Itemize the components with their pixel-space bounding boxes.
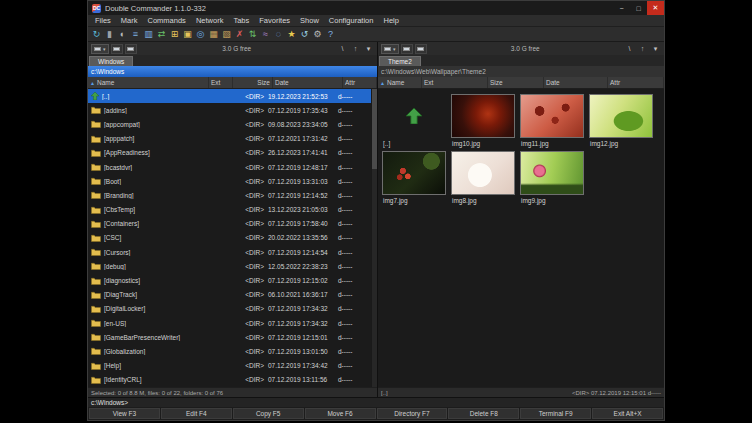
file-row[interactable]: [Cursors]<DIR>07.12.2019 12:14:54d----- bbox=[88, 245, 377, 259]
fn-copy-f5-button[interactable]: Copy F5 bbox=[233, 408, 304, 419]
tab-windows[interactable]: Windows bbox=[89, 56, 133, 66]
file-row[interactable]: [DigitalLocker]<DIR>07.12.2019 17:34:32d… bbox=[88, 302, 377, 316]
image-thumbnail bbox=[451, 151, 515, 195]
multi-rename-icon[interactable]: ≈ bbox=[260, 28, 271, 40]
file-row[interactable]: [bcastdvr]<DIR>07.12.2019 12:48:17d----- bbox=[88, 160, 377, 174]
left-root-button[interactable]: \ bbox=[337, 44, 348, 54]
menu-tabs[interactable]: Tabs bbox=[228, 15, 254, 26]
fn-edit-f4-button[interactable]: Edit F4 bbox=[161, 408, 232, 419]
search-icon[interactable]: ◌ bbox=[273, 28, 284, 40]
column-header-date[interactable]: Date bbox=[544, 77, 608, 88]
thumbnail-item[interactable]: img12.jpg bbox=[589, 94, 655, 147]
left-drive-c-button[interactable] bbox=[111, 44, 123, 54]
column-header-name[interactable]: ▲Name bbox=[88, 77, 209, 88]
left-drive-d-button[interactable] bbox=[125, 44, 137, 54]
right-drive-d-button[interactable] bbox=[415, 44, 427, 54]
right-parent-dir-button[interactable]: ↑ bbox=[637, 44, 648, 54]
fn-directory-f7-button[interactable]: Directory F7 bbox=[377, 408, 448, 419]
file-date: 13.12.2023 21:05:03 bbox=[266, 206, 336, 213]
thumbnail-item[interactable]: img10.jpg bbox=[451, 94, 517, 147]
favorites-icon[interactable]: ★ bbox=[286, 28, 297, 40]
fn-delete-f8-button[interactable]: Delete F8 bbox=[448, 408, 519, 419]
menu-mark[interactable]: Mark bbox=[116, 15, 143, 26]
right-drive-c-button[interactable] bbox=[401, 44, 413, 54]
vertical-panels-icon[interactable]: ▥ bbox=[143, 28, 154, 40]
sync-dirs-icon[interactable]: ⇅ bbox=[247, 28, 258, 40]
menu-commands[interactable]: Commands bbox=[143, 15, 191, 26]
file-row[interactable]: [Boot]<DIR>07.12.2019 13:31:03d----- bbox=[88, 174, 377, 188]
menu-files[interactable]: Files bbox=[90, 15, 116, 26]
column-header-date[interactable]: Date bbox=[273, 77, 343, 88]
swap-panels-icon[interactable]: ⇄ bbox=[156, 28, 167, 40]
right-drive-selector[interactable]: ▾ bbox=[381, 44, 399, 54]
scrollbar-thumb[interactable] bbox=[372, 89, 377, 169]
fn-view-f3-button[interactable]: View F3 bbox=[89, 408, 160, 419]
file-row[interactable]: [diagnostics]<DIR>07.12.2019 12:15:02d--… bbox=[88, 273, 377, 287]
network-icon[interactable]: ◎ bbox=[195, 28, 206, 40]
menu-show[interactable]: Show bbox=[295, 15, 324, 26]
menu-help[interactable]: Help bbox=[378, 15, 403, 26]
file-row[interactable]: [Globalization]<DIR>07.12.2019 13:01:50d… bbox=[88, 344, 377, 358]
flat-view-icon[interactable]: ≡ bbox=[130, 28, 141, 40]
file-row[interactable]: [appcompat]<DIR>09.08.2023 23:34:05d----… bbox=[88, 117, 377, 131]
file-row[interactable]: [apppatch]<DIR>07.12.2021 17:31:42d----- bbox=[88, 132, 377, 146]
file-row[interactable]: [AppReadiness]<DIR>26.12.2023 17:41:41d-… bbox=[88, 146, 377, 160]
disk-icon bbox=[417, 47, 424, 51]
copy-icon[interactable]: ⊞ bbox=[169, 28, 180, 40]
file-row[interactable]: [..]<DIR>19.12.2023 21:52:53d----- bbox=[88, 89, 377, 103]
left-scrollbar[interactable] bbox=[371, 89, 377, 387]
tab-theme2[interactable]: Theme2 bbox=[379, 56, 421, 66]
thumbnail-item[interactable]: img9.jpg bbox=[520, 151, 586, 204]
column-header-attr[interactable]: Attr bbox=[343, 77, 377, 88]
menu-favorites[interactable]: Favorites bbox=[254, 15, 295, 26]
column-header-name[interactable]: ▲Name bbox=[378, 77, 422, 88]
file-row[interactable]: [addins]<DIR>07.12.2019 17:35:43d----- bbox=[88, 103, 377, 117]
options-icon[interactable]: ⚙ bbox=[312, 28, 323, 40]
menu-configuration[interactable]: Configuration bbox=[324, 15, 379, 26]
fn-move-f6-button[interactable]: Move F6 bbox=[305, 408, 376, 419]
right-root-button[interactable]: \ bbox=[624, 44, 635, 54]
left-history-button[interactable]: ▾ bbox=[363, 44, 374, 54]
column-header-ext[interactable]: Ext bbox=[209, 77, 233, 88]
run-terminal-icon[interactable]: ▮ bbox=[104, 28, 115, 40]
menu-network[interactable]: Network bbox=[191, 15, 229, 26]
file-row[interactable]: [en-US]<DIR>07.12.2019 17:34:32d----- bbox=[88, 316, 377, 330]
left-drive-selector[interactable]: ▾ bbox=[91, 44, 109, 54]
left-parent-dir-button[interactable]: ↑ bbox=[350, 44, 361, 54]
column-header-size[interactable]: Size bbox=[488, 77, 544, 88]
thumbnail-item[interactable]: img8.jpg bbox=[451, 151, 517, 204]
right-history-button[interactable]: ▾ bbox=[650, 44, 661, 54]
new-folder-icon[interactable]: ▣ bbox=[182, 28, 193, 40]
file-row[interactable]: [Branding]<DIR>07.12.2019 12:14:52d----- bbox=[88, 188, 377, 202]
show-hidden-icon[interactable]: ◐ bbox=[117, 28, 128, 40]
file-row[interactable]: [DiagTrack]<DIR>06.10.2021 16:36:17d----… bbox=[88, 288, 377, 302]
file-row[interactable]: [CSC]<DIR>20.02.2022 13:35:56d----- bbox=[88, 231, 377, 245]
maximize-button[interactable]: □ bbox=[630, 1, 647, 15]
history-icon[interactable]: ↺ bbox=[299, 28, 310, 40]
right-path-bar[interactable]: c:\Windows\Web\Wallpaper\Theme2 bbox=[378, 66, 664, 77]
archive-pack-icon[interactable]: ▦ bbox=[208, 28, 219, 40]
fn-terminal-f9-button[interactable]: Terminal F9 bbox=[520, 408, 591, 419]
archive-unpack-icon[interactable]: ▧ bbox=[221, 28, 232, 40]
file-row[interactable]: [CbsTemp]<DIR>13.12.2023 21:05:03d----- bbox=[88, 203, 377, 217]
help-icon[interactable]: ? bbox=[325, 28, 336, 40]
column-header-ext[interactable]: Ext bbox=[422, 77, 488, 88]
file-row[interactable]: [Containers]<DIR>07.12.2019 17:58:40d---… bbox=[88, 217, 377, 231]
minimize-button[interactable]: − bbox=[613, 1, 630, 15]
file-name: [appcompat] bbox=[104, 121, 140, 128]
refresh-icon[interactable]: ↻ bbox=[91, 28, 102, 40]
close-button[interactable]: ✕ bbox=[647, 1, 664, 15]
column-header-attr[interactable]: Attr bbox=[608, 77, 664, 88]
thumbnail-item[interactable]: img7.jpg bbox=[382, 151, 448, 204]
file-row[interactable]: [debug]<DIR>12.05.2022 22:38:23d----- bbox=[88, 259, 377, 273]
column-header-size[interactable]: Size bbox=[233, 77, 273, 88]
left-path-bar[interactable]: c:\Windows bbox=[88, 66, 377, 77]
command-input[interactable] bbox=[128, 398, 661, 407]
delete-icon[interactable]: ✗ bbox=[234, 28, 245, 40]
file-row[interactable]: [GameBarPresenceWriter]<DIR>07.12.2019 1… bbox=[88, 330, 377, 344]
fn-exit-alt-x-button[interactable]: Exit Alt+X bbox=[592, 408, 663, 419]
file-row[interactable]: [IdentityCRL]<DIR>07.12.2019 13:11:56d--… bbox=[88, 373, 377, 387]
file-row[interactable]: [Help]<DIR>07.12.2019 17:34:42d----- bbox=[88, 359, 377, 373]
thumbnail-item[interactable]: img11.jpg bbox=[520, 94, 586, 147]
thumbnail-item[interactable]: [..] bbox=[382, 94, 448, 147]
